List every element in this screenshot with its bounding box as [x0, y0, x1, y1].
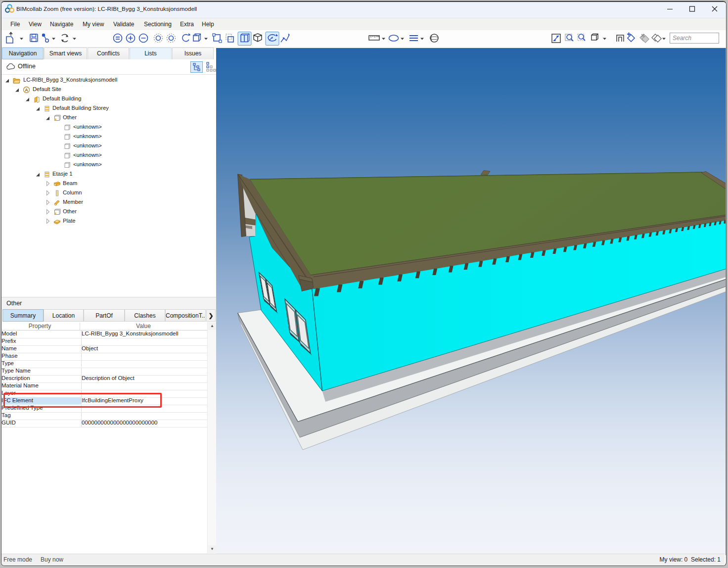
svg-text:Search: Search [673, 35, 691, 42]
